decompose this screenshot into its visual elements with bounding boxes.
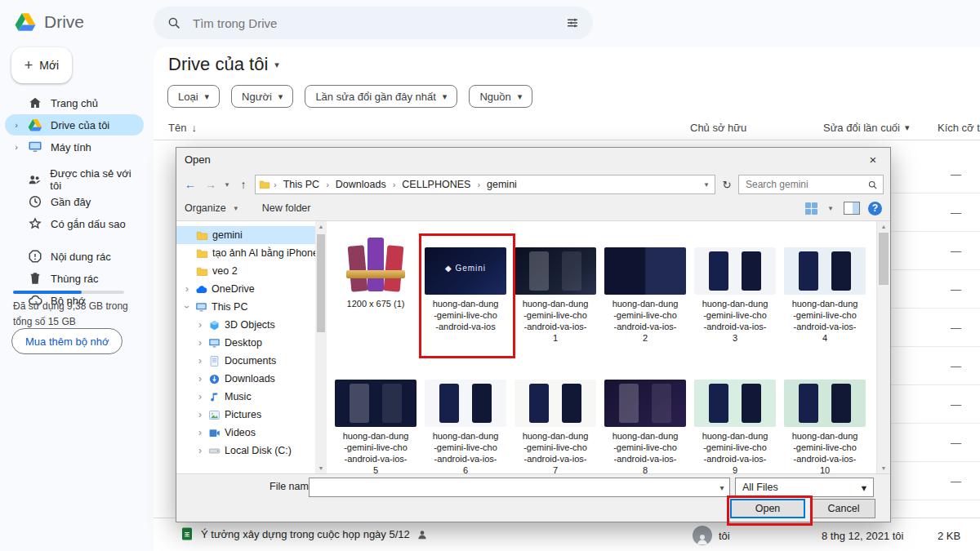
column-header-modified[interactable]: Sửa đổi lần cuối ▾ — [823, 122, 910, 134]
cancel-button[interactable]: Cancel — [812, 499, 875, 518]
collapse-chevron-icon[interactable]: › — [196, 319, 204, 331]
organize-button[interactable]: Organize ▾ — [185, 202, 241, 214]
file-item[interactable]: huong-dan-dung -gemini-live-cho -android… — [601, 363, 689, 473]
drive-search-input[interactable] — [191, 16, 555, 31]
file-item[interactable]: huong-dan-dung -gemini-live-cho -android… — [511, 231, 599, 344]
table-row[interactable]: — — [890, 424, 980, 462]
sidebar-item-trash[interactable]: Thùng rác — [5, 268, 144, 289]
tree-item-tao-anh-ai[interactable]: tạo ảnh AI bằng iPhone — [176, 244, 315, 262]
tree-item-local-disk-c[interactable]: › Local Disk (C:) — [176, 442, 315, 460]
file-item[interactable]: huong-dan-dung -gemini-live-cho -android… — [511, 363, 599, 473]
buy-storage-button[interactable]: Mua thêm bộ nhớ — [11, 328, 122, 354]
drive-search-bar[interactable] — [154, 7, 593, 39]
breadcrumb-this-pc[interactable]: This PC — [280, 179, 323, 190]
collapse-chevron-icon[interactable]: › — [196, 337, 204, 349]
scrollbar-thumb[interactable] — [317, 234, 325, 332]
filter-type[interactable]: Loại▾ — [167, 85, 220, 108]
collapse-chevron-icon[interactable]: › — [196, 427, 204, 438]
new-button[interactable]: + Mới — [11, 47, 72, 83]
help-icon[interactable]: ? — [868, 202, 882, 216]
tree-scrollbar[interactable]: ▲ ▼ — [315, 221, 327, 473]
tree-item-onedrive[interactable]: › OneDrive — [176, 280, 315, 298]
expand-arrow-icon[interactable]: › — [13, 142, 20, 152]
collapse-chevron-icon[interactable]: › — [196, 445, 204, 456]
column-header-owner[interactable]: Chủ sở hữu — [690, 122, 746, 134]
table-row[interactable]: Ý tưởng xây dựng trong cuộc họp ngày 5/1… — [154, 518, 980, 551]
dialog-title-bar[interactable]: Open — [176, 148, 890, 171]
view-mode-icon[interactable] — [805, 202, 817, 215]
breadcrumb-cellphones[interactable]: CELLPHONES — [399, 179, 474, 190]
sidebar-item-spam[interactable]: Nội dung rác — [5, 246, 144, 267]
chevron-down-icon[interactable]: ▾ — [715, 483, 729, 492]
sidebar-item-home[interactable]: Trang chủ — [5, 92, 144, 113]
tree-item-pictures[interactable]: › Pictures — [176, 406, 315, 424]
files-scrollbar[interactable]: ▲ ▼ — [876, 221, 890, 473]
breadcrumb-gemini[interactable]: gemini — [483, 179, 520, 190]
file-item[interactable]: 980 x 551 (1) — [332, 231, 420, 344]
table-row[interactable]: — — [890, 347, 980, 385]
close-icon[interactable]: × — [856, 148, 890, 171]
column-header-size[interactable]: Kích cỡ tệp — [938, 122, 980, 134]
file-item[interactable]: huong-dan-dung -gemini-live-cho -android… — [781, 231, 869, 344]
collapse-chevron-icon[interactable]: › — [183, 283, 191, 295]
tree-item-desktop[interactable]: › Desktop — [176, 334, 315, 352]
expand-arrow-icon[interactable]: › — [13, 120, 20, 130]
page-title[interactable]: Drive của tôi ▾ — [168, 54, 279, 75]
table-row[interactable]: — — [890, 155, 980, 193]
filter-source[interactable]: Nguồn▾ — [469, 85, 532, 108]
file-name-combo[interactable]: ▾ — [309, 478, 730, 497]
sidebar-item-recent[interactable]: Gần đây — [5, 191, 144, 212]
collapse-chevron-icon[interactable]: › — [196, 391, 204, 402]
scroll-down-icon[interactable]: ▼ — [877, 465, 890, 471]
tree-item-music[interactable]: › Music — [176, 388, 315, 406]
expanded-chevron-icon[interactable]: › — [181, 303, 193, 311]
tree-item-this-pc[interactable]: › This PC — [176, 298, 315, 316]
table-row[interactable]: — — [890, 309, 980, 347]
address-bar[interactable]: › This PC › Downloads › CELLPHONES › gem… — [255, 175, 715, 194]
scroll-up-icon[interactable]: ▲ — [877, 224, 890, 229]
scroll-down-icon[interactable]: ▼ — [315, 465, 327, 471]
collapse-chevron-icon[interactable]: › — [196, 373, 204, 384]
table-row[interactable]: — — [890, 232, 980, 270]
sidebar-item-starred[interactable]: Có gắn dấu sao — [5, 213, 144, 234]
scroll-up-icon[interactable]: ▲ — [315, 224, 327, 229]
file-item[interactable]: huong-dan-dung -gemini-live-cho -android… — [601, 231, 689, 344]
tree-item-documents[interactable]: › Documents — [176, 352, 315, 370]
file-item[interactable]: huong-dan-dung -gemini-live-cho -android… — [691, 363, 779, 473]
drive-logo[interactable]: Drive — [13, 11, 84, 33]
history-dropdown-icon[interactable]: ▾ — [222, 180, 232, 189]
refresh-icon[interactable]: ↻ — [718, 175, 736, 194]
sidebar-item-computers[interactable]: › Máy tính — [5, 136, 144, 158]
tree-item-3d-objects[interactable]: › 3D Objects — [176, 316, 315, 334]
sidebar-item-shared-with-me[interactable]: Được chia sẻ với tôi — [5, 169, 144, 190]
file-item[interactable]: huong-dan-dung -gemini-live-cho -android… — [421, 363, 510, 473]
forward-icon[interactable]: → — [202, 178, 220, 191]
table-row[interactable]: — — [890, 462, 980, 500]
tree-item-downloads[interactable]: › Downloads — [176, 370, 315, 388]
tree-item-veo-2[interactable]: veo 2 — [176, 262, 315, 280]
table-row[interactable]: — — [890, 193, 980, 232]
up-icon[interactable]: ↑ — [234, 178, 252, 191]
view-dropdown-icon[interactable]: ▾ — [826, 204, 835, 212]
preview-pane-icon[interactable] — [844, 202, 860, 215]
filter-people[interactable]: Người▾ — [231, 85, 293, 108]
tree-item-videos[interactable]: › Videos — [176, 424, 315, 442]
tune-filter-icon[interactable] — [565, 16, 580, 30]
file-name-input[interactable] — [310, 478, 715, 496]
breadcrumb-downloads[interactable]: Downloads — [332, 179, 390, 190]
collapse-chevron-icon[interactable]: › — [196, 409, 204, 420]
file-item[interactable]: huong-dan-dung -gemini-live-cho -android… — [691, 231, 779, 344]
scrollbar-thumb[interactable] — [879, 233, 889, 285]
table-row[interactable]: — — [890, 270, 980, 309]
sidebar-item-my-drive[interactable]: › Drive của tôi — [5, 114, 144, 136]
dialog-search-box[interactable] — [738, 175, 884, 194]
collapse-chevron-icon[interactable]: › — [196, 355, 204, 367]
filter-modified[interactable]: Lần sửa đổi gần đây nhất▾ — [305, 85, 457, 108]
file-item[interactable]: huong-dan-dung -gemini-live-cho -android… — [781, 363, 869, 473]
table-row[interactable]: — — [890, 385, 980, 424]
column-header-name[interactable]: Tên ↓ — [168, 122, 197, 134]
address-dropdown-icon[interactable]: ▾ — [702, 180, 711, 189]
tree-item-gemini[interactable]: gemini — [176, 226, 315, 244]
file-item[interactable]: huong-dan-dung -gemini-live-cho -android… — [332, 363, 420, 473]
file-type-select[interactable]: All Files ▾ — [735, 478, 874, 497]
